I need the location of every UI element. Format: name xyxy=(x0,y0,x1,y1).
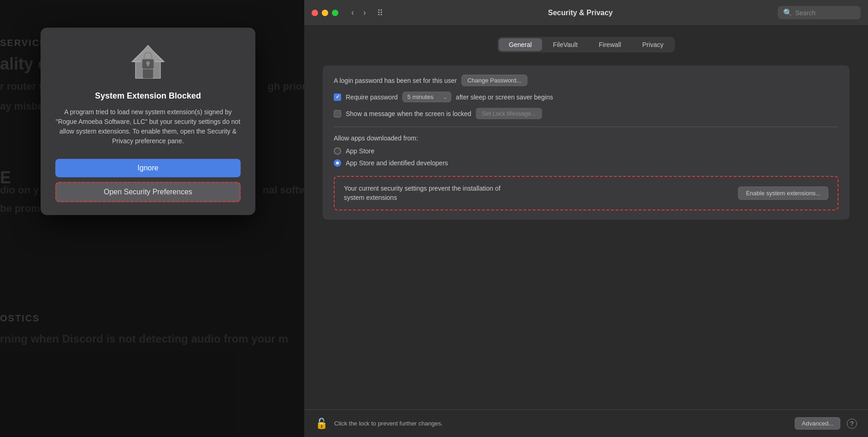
show-message-checkbox[interactable] xyxy=(334,110,341,117)
section-divider xyxy=(334,127,838,127)
allow-apps-label-row: Allow apps downloaded from: xyxy=(334,134,838,142)
grid-icon[interactable]: ⠿ xyxy=(377,8,383,18)
open-security-preferences-button[interactable]: Open Security Preferences xyxy=(55,182,241,202)
app-store-label: App Store xyxy=(346,147,374,155)
app-store-radio[interactable] xyxy=(334,147,341,155)
tabs-bar: General FileVault Firewall Privacy xyxy=(497,37,675,52)
require-password-label: Require password xyxy=(346,93,398,101)
require-password-row: Require password 5 minutes immediately 1… xyxy=(334,92,838,102)
password-time-dropdown-wrapper: 5 minutes immediately 1 minute 15 minute… xyxy=(402,92,451,102)
dialog-title: System Extension Blocked xyxy=(95,91,201,101)
svg-rect-5 xyxy=(147,64,149,66)
bottom-bar: 🔓 Click the lock to prevent further chan… xyxy=(304,409,868,437)
tab-firewall[interactable]: Firewall xyxy=(589,38,631,51)
close-button[interactable] xyxy=(312,10,318,16)
app-store-identified-radio[interactable] xyxy=(334,159,341,167)
tab-privacy[interactable]: Privacy xyxy=(632,38,673,51)
titlebar: ‹ › ⠿ Security & Privacy 🔍 xyxy=(304,0,868,26)
change-password-button[interactable]: Change Password... xyxy=(461,75,527,86)
show-message-row: Show a message when the screen is locked… xyxy=(334,108,838,119)
back-button[interactable]: ‹ xyxy=(348,6,358,19)
tab-filevault[interactable]: FileVault xyxy=(543,38,588,51)
allow-apps-label: Allow apps downloaded from: xyxy=(334,134,418,142)
app-store-radio-row: App Store xyxy=(334,147,838,155)
help-button[interactable]: ? xyxy=(847,419,857,429)
ignore-button[interactable]: Ignore xyxy=(55,159,241,177)
password-section: A login password has been set for this u… xyxy=(323,65,850,220)
lock-text: Click the lock to prevent further change… xyxy=(334,420,788,427)
system-extension-warning-box: Your current security settings prevent t… xyxy=(334,176,838,210)
show-message-label: Show a message when the screen is locked xyxy=(346,110,471,117)
login-password-label: A login password has been set for this u… xyxy=(334,77,457,84)
minimize-button[interactable] xyxy=(322,10,328,16)
system-extension-dialog: System Extension Blocked A program tried… xyxy=(41,28,255,215)
dialog-buttons: Ignore Open Security Preferences xyxy=(55,159,241,202)
after-sleep-label: after sleep or screen saver begins xyxy=(456,93,553,101)
nav-buttons: ‹ › xyxy=(348,6,370,19)
lock-icon[interactable]: 🔓 xyxy=(315,418,328,430)
search-bar: 🔍 xyxy=(778,6,861,19)
forward-button[interactable]: › xyxy=(360,6,370,19)
fullscreen-button[interactable] xyxy=(332,10,338,16)
house-lock-icon xyxy=(127,42,169,84)
app-store-identified-radio-row: App Store and identified developers xyxy=(334,159,838,167)
login-password-row: A login password has been set for this u… xyxy=(334,75,838,86)
advanced-button[interactable]: Advanced... xyxy=(795,417,840,430)
allow-apps-radio-group: App Store App Store and identified devel… xyxy=(334,147,838,167)
require-password-checkbox[interactable] xyxy=(334,93,341,101)
window-title: Security & Privacy xyxy=(389,9,772,17)
content-area: General FileVault Firewall Privacy A log… xyxy=(304,26,868,409)
enable-system-extensions-button[interactable]: Enable system extensions... xyxy=(738,186,828,200)
set-lock-message-button[interactable]: Set Lock Message... xyxy=(476,108,542,119)
right-panel: ‹ › ⠿ Security & Privacy 🔍 General FileV… xyxy=(304,0,868,437)
dialog-body: A program tried to load new system exten… xyxy=(55,107,241,146)
search-icon: 🔍 xyxy=(783,8,792,17)
app-store-identified-label: App Store and identified developers xyxy=(346,159,448,167)
left-panel: SERVICE ality of S r router t ay misbe g… xyxy=(0,0,304,437)
traffic-lights xyxy=(312,10,338,16)
warning-text: Your current security settings prevent t… xyxy=(344,184,501,202)
search-input[interactable] xyxy=(795,9,850,17)
password-time-dropdown[interactable]: 5 minutes immediately 1 minute 15 minute… xyxy=(402,92,451,102)
tab-general[interactable]: General xyxy=(499,38,542,51)
